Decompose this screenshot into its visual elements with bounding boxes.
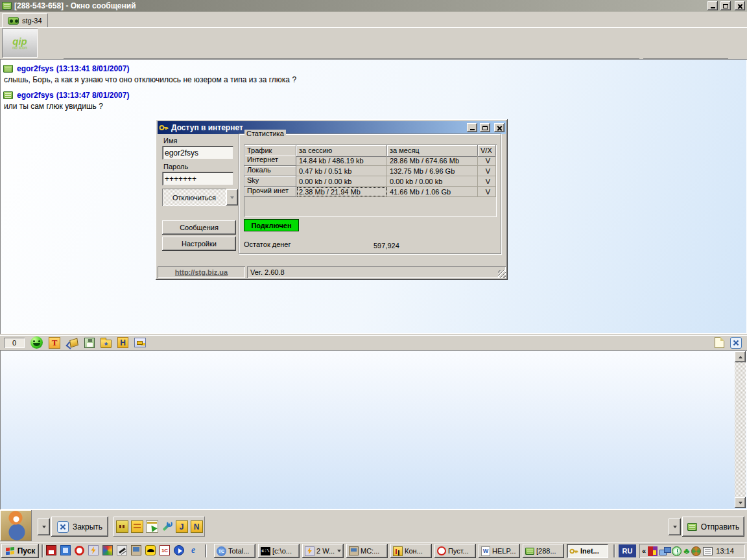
close-dropdown-button[interactable] <box>38 519 50 535</box>
quicklaunch-1c-icon[interactable]: 1C <box>160 545 170 555</box>
messages-button[interactable]: Сообщения <box>162 220 236 235</box>
start-button[interactable]: Пуск <box>1 544 39 558</box>
scroll-down-button[interactable] <box>735 497 746 508</box>
tray-chevron[interactable]: « <box>642 547 646 555</box>
tray-mail-icon[interactable] <box>703 547 713 555</box>
balance-label: Остаток денег <box>244 240 291 248</box>
disconnect-combo: Отключиться <box>162 189 238 206</box>
window-cursor-icon[interactable] <box>146 520 158 533</box>
close-button[interactable] <box>735 1 745 10</box>
quicklaunch-colors-icon[interactable] <box>102 545 113 555</box>
yellow-console-icon <box>393 546 403 556</box>
language-indicator[interactable]: RU <box>619 544 636 557</box>
chevron-down-icon <box>673 526 677 528</box>
input-scrollbar[interactable] <box>735 351 746 508</box>
save-icon[interactable] <box>84 338 95 348</box>
char-counter: 0 <box>4 338 25 348</box>
task-help-doc[interactable]: W HELP... <box>479 544 520 558</box>
close-chat-button[interactable]: Закрыть <box>51 517 108 537</box>
row-header[interactable]: Sky <box>244 176 296 187</box>
history-icon[interactable]: H <box>117 337 128 348</box>
maximize-icon <box>482 126 488 130</box>
quote-icon[interactable] <box>116 520 128 533</box>
n-icon[interactable]: N <box>191 520 203 533</box>
tab-bar: stg-34 <box>0 12 747 27</box>
tray-clock-icon[interactable] <box>672 546 682 556</box>
dialog-name-input[interactable]: egor2fsys <box>162 146 233 159</box>
chat-message: egor2fsys (13:13:41 8/01/2007) слышь, Бо… <box>3 64 744 84</box>
dialog-minimize-button[interactable] <box>467 123 477 132</box>
dialog-close-button[interactable] <box>494 123 504 132</box>
task-label: HELP... <box>492 547 516 555</box>
quicklaunch-bat-icon[interactable] <box>145 545 156 555</box>
task-label: 2 W... <box>316 547 335 555</box>
message-text: или ты сам глюк увидишь ? <box>4 102 744 111</box>
internet-access-dialog: Доступ в интернет Имя egor2fsys Пароль +… <box>156 119 508 280</box>
task-console[interactable]: c:\ [c:\o... <box>258 544 300 558</box>
scroll-up-button[interactable] <box>735 351 746 362</box>
restore-button[interactable] <box>720 1 731 10</box>
task-label: [288... <box>536 547 556 555</box>
send-button[interactable]: Отправить <box>682 517 744 537</box>
tab-stg-34[interactable]: stg-34 <box>2 13 48 28</box>
message-input-area[interactable] <box>0 350 747 509</box>
statistics-group: Статистика Трафик за сессию за месяц V/X… <box>239 134 501 254</box>
cell-session: 14.84 kb / 486.19 kb <box>296 156 387 166</box>
j-icon[interactable]: J <box>176 520 188 533</box>
template-icon[interactable] <box>131 520 143 533</box>
tray-download-icon[interactable] <box>648 546 658 556</box>
quicklaunch-media-player-icon[interactable] <box>174 545 184 555</box>
row-header[interactable]: Локаль <box>244 166 296 176</box>
minimize-icon <box>470 129 475 130</box>
quicklaunch-save-icon[interactable] <box>46 545 56 555</box>
quicklaunch-opera-icon[interactable] <box>75 546 84 555</box>
minimize-button[interactable] <box>707 1 718 10</box>
new-page-icon[interactable] <box>715 337 724 348</box>
insert-icon[interactable] <box>134 338 146 347</box>
task-winamp-group[interactable]: 2 W... <box>302 544 344 558</box>
task-total-commander[interactable]: TC Total... <box>214 544 255 558</box>
tray-clover-icon[interactable]: ♣ <box>683 546 689 556</box>
quicklaunch-winamp-icon[interactable] <box>88 545 99 555</box>
key-icon <box>569 547 578 555</box>
blue-x-icon <box>57 521 69 533</box>
scrollbar-track[interactable] <box>735 362 746 497</box>
resize-grip[interactable] <box>498 270 506 278</box>
disconnect-dropdown-button[interactable] <box>226 189 238 205</box>
dialog-title: Доступ в интернет <box>171 123 243 132</box>
quicklaunch-mail-icon[interactable] <box>60 545 71 555</box>
tray-network-icon[interactable] <box>659 546 670 556</box>
message-timestamp: (13:13:47 8/01/2007) <box>56 91 130 100</box>
disconnect-button[interactable]: Отключиться <box>162 189 226 206</box>
quicklaunch-computer-icon[interactable] <box>131 545 141 555</box>
task-konsole[interactable]: Кон... <box>390 544 432 558</box>
smiley-icon[interactable] <box>30 336 43 349</box>
chevron-down-icon <box>230 196 234 199</box>
row-header[interactable]: Прочий инет <box>244 187 296 197</box>
tray-globe-icon[interactable] <box>691 546 701 556</box>
fill-color-icon[interactable] <box>66 337 78 349</box>
send-dropdown-button[interactable] <box>669 519 681 535</box>
version-text: Ver. 2.60.8 <box>250 268 285 276</box>
message-card-icon <box>3 65 13 73</box>
chat-message: egor2fsys (13:13:47 8/01/2007) или ты са… <box>3 91 744 111</box>
folder-asterisk-icon[interactable] <box>101 340 112 348</box>
dialog-maximize-button[interactable] <box>480 123 490 132</box>
row-header[interactable]: Интернет <box>244 156 296 166</box>
website-link[interactable]: http://stg.biz.ua <box>175 268 228 276</box>
task-label: Кон... <box>405 547 423 555</box>
task-inet-active[interactable]: Inet... <box>567 544 608 558</box>
taskbar-clock[interactable]: 13:14 <box>716 547 734 555</box>
clear-close-icon[interactable] <box>730 337 742 349</box>
task-message-window[interactable]: [288... <box>523 544 564 558</box>
task-mc[interactable]: MC:... <box>346 544 388 558</box>
message-card-icon <box>525 548 534 555</box>
cell-month: 0.00 kb / 0.00 kb <box>387 176 478 187</box>
quicklaunch-ie-icon[interactable]: e <box>188 545 198 555</box>
task-opera-page[interactable]: Пуст... <box>434 544 476 558</box>
dialog-password-input[interactable]: +++++++ <box>162 172 233 185</box>
wrench-icon[interactable] <box>161 520 173 533</box>
quicklaunch-plane-icon[interactable] <box>117 545 127 555</box>
font-icon[interactable]: T <box>49 337 60 349</box>
settings-button[interactable]: Настройки <box>162 237 236 251</box>
